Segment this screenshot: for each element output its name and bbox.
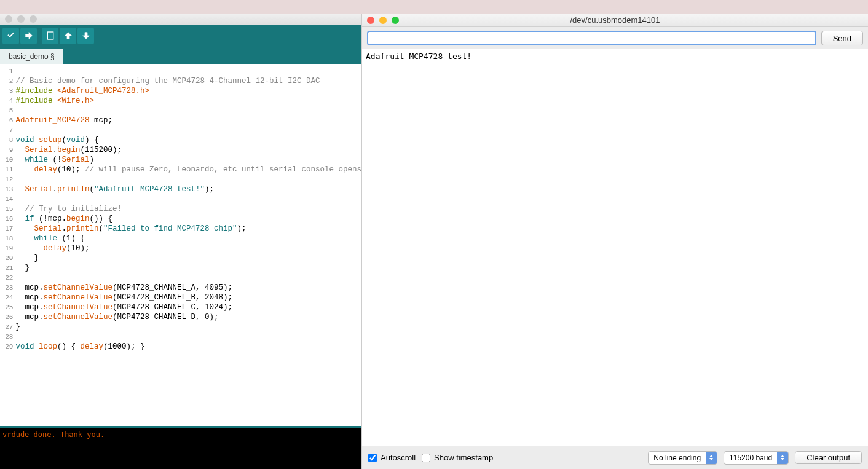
line-ending-value: No line ending [653,454,701,462]
serial-input[interactable] [367,31,816,45]
clear-output-button[interactable]: Clear output [795,451,862,464]
open-button[interactable] [60,28,76,44]
autoscroll-checkbox[interactable]: Autoscroll [368,453,416,462]
serial-output[interactable]: Adafruit MCP4728 test! [362,49,868,446]
console-output: vrdude done. Thank you. [0,426,361,469]
save-button[interactable] [77,28,94,44]
baud-value: 115200 baud [729,454,772,462]
serial-monitor-window: /dev/cu.usbmodem14101 Send Adafruit MCP4… [361,14,868,469]
close-icon[interactable] [367,17,374,24]
line-number-gutter: 1234567891011121314151617181920212223242… [0,64,14,426]
arduino-ide-window: basic_demo § 123456789101112131415161718… [0,14,361,469]
maximize-icon[interactable] [392,17,399,24]
maximize-icon[interactable] [30,15,37,23]
console-text: vrdude done. Thank you. [2,430,105,439]
code-content[interactable]: // Basic demo for configuring the MCP472… [14,64,361,426]
minimize-icon[interactable] [17,15,25,23]
serial-output-text: Adafruit MCP4728 test! [366,52,471,61]
baud-select[interactable]: 115200 baud [724,451,789,465]
timestamp-input[interactable] [422,454,430,462]
serial-window-title: /dev/cu.usbmodem14101 [570,15,660,25]
tab-bar: basic_demo § [0,47,361,64]
arduino-titlebar [0,14,361,25]
dropdown-arrow-icon [777,452,788,464]
serial-titlebar: /dev/cu.usbmodem14101 [362,14,868,27]
serial-input-row: Send [362,27,868,49]
autoscroll-input[interactable] [368,454,377,462]
dropdown-arrow-icon [706,452,717,464]
upload-button[interactable] [20,28,37,44]
new-button[interactable] [42,28,58,44]
timestamp-checkbox[interactable]: Show timestamp [422,453,493,462]
autoscroll-label: Autoscroll [381,453,416,462]
code-editor[interactable]: 1234567891011121314151617181920212223242… [0,64,361,426]
serial-footer: Autoscroll Show timestamp No line ending… [362,446,868,469]
svg-rect-0 [47,32,53,39]
line-ending-select[interactable]: No line ending [648,451,717,465]
arduino-toolbar [0,25,361,47]
close-icon[interactable] [5,15,12,23]
minimize-icon[interactable] [379,17,387,24]
send-button[interactable]: Send [821,31,863,45]
timestamp-label: Show timestamp [434,453,493,462]
sketch-tab[interactable]: basic_demo § [0,49,63,64]
verify-button[interactable] [2,28,19,44]
